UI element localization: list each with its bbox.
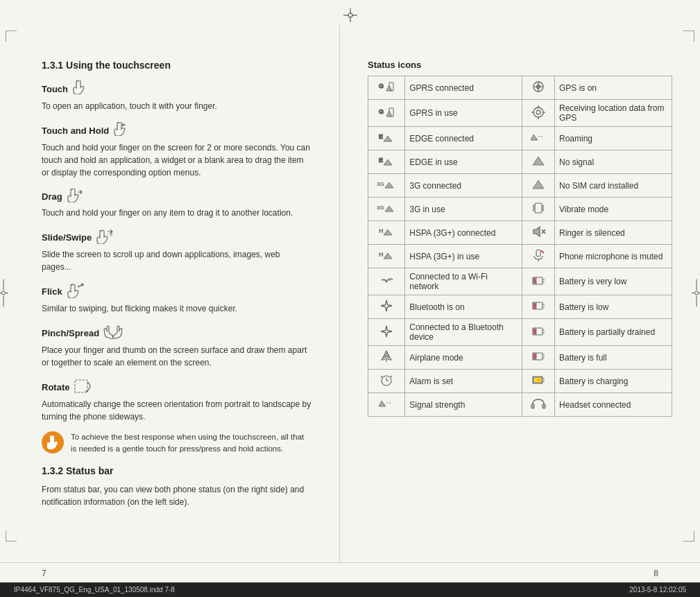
svg-point-9 [2, 291, 6, 295]
page-container: 1.3.1 Using the touchscreen Touch To ope… [0, 0, 700, 597]
left-icon-cell [368, 319, 405, 346]
svg-point-28 [533, 107, 543, 117]
svg-marker-39 [384, 159, 392, 165]
right-icon-cell [522, 76, 555, 100]
left-icon-cell: 3G [368, 198, 405, 221]
table-row: 3G 3G connected No SIM card installed [368, 174, 672, 198]
right-label-cell: Battery is very low [555, 268, 672, 295]
note-icon [42, 431, 64, 453]
left-label-cell: Signal strength [405, 393, 522, 417]
table-row: G GPRS connected GPS is on [368, 76, 672, 100]
svg-marker-35 [384, 136, 392, 141]
table-row: Connected to a Bluetooth device Battery … [368, 319, 672, 346]
drag-icon [67, 189, 83, 205]
left-page: 1.3.1 Using the touchscreen Touch To ope… [0, 25, 340, 562]
right-icon-cell [522, 346, 555, 370]
section-1-3-2: 1.3.2 Status bar From status bar, you ca… [42, 465, 311, 508]
left-label-cell: Connected to a Wi-Fi network [405, 268, 522, 295]
note-box: To achieve the best response when using … [42, 431, 311, 456]
right-label-cell: No signal [555, 150, 672, 174]
svg-line-85 [391, 376, 392, 377]
left-label-cell: Connected to a Bluetooth device [405, 319, 522, 346]
table-row: H HSPA (3G+) in use Phone microphone is … [368, 245, 672, 268]
svg-rect-93 [543, 404, 545, 408]
right-label-cell: Roaming [555, 127, 672, 150]
section-1-3-2-body: From status bar, you can view both phone… [42, 483, 311, 508]
svg-text:E: E [379, 157, 383, 164]
left-icon-cell [368, 268, 405, 295]
right-label-cell: Ringer is silenced [555, 221, 672, 245]
left-icon-cell: 3G [368, 174, 405, 198]
flick-heading: Flick [42, 283, 311, 300]
right-page: Status icons G GPRS connected GPS is on … [340, 25, 700, 562]
svg-line-52 [543, 209, 544, 211]
drag-heading: Drag [42, 189, 311, 205]
table-row: 3G 3G in use Vibrate mode [368, 198, 672, 221]
svg-line-84 [381, 376, 382, 377]
svg-text:3G: 3G [377, 181, 384, 187]
svg-marker-54 [384, 230, 392, 235]
left-icon-cell [368, 393, 405, 417]
svg-marker-20 [386, 85, 392, 91]
pinch-body: Place your finger and thumb on the scree… [42, 344, 311, 369]
left-icon-cell: E [368, 127, 405, 150]
svg-rect-46 [535, 203, 542, 213]
svg-marker-27 [386, 111, 392, 116]
table-row: Connected to a Wi-Fi network Battery is … [368, 268, 672, 295]
left-label-cell: Alarm is set [405, 370, 522, 393]
rotate-body: Automatically change the screen orientat… [42, 398, 311, 423]
slide-icon [96, 229, 114, 246]
spread: 1.3.1 Using the touchscreen Touch To ope… [0, 25, 700, 562]
left-icon-cell [368, 295, 405, 319]
left-icon-cell: H [368, 221, 405, 245]
svg-text:G: G [379, 83, 384, 89]
right-page-number: 8 [654, 569, 658, 578]
svg-marker-42 [385, 182, 393, 188]
right-label-cell: Headset connected [555, 393, 672, 417]
left-label-cell: Bluetooth is on [405, 295, 522, 319]
right-icon-cell [522, 295, 555, 319]
svg-marker-59 [384, 253, 392, 259]
right-label-cell: Battery is full [555, 346, 672, 370]
table-row: H HSPA (3G+) connected Ringer is silence… [368, 221, 672, 245]
right-icon-cell [522, 174, 555, 198]
svg-line-49 [533, 209, 534, 211]
left-label-cell: Airplane mode [405, 346, 522, 370]
pinch-heading: Pinch/Spread [42, 325, 311, 342]
corner-bl [6, 530, 17, 542]
bottom-bar: IP4464_VF875_QG_Eng_USA_01_130508.indd 7… [0, 582, 700, 597]
left-icon-cell [368, 346, 405, 370]
svg-text:E: E [379, 133, 383, 140]
right-icon-cell [522, 393, 555, 417]
drag-body: Touch and hold your finger on any item t… [42, 207, 311, 219]
left-icon-cell: E [368, 150, 405, 174]
right-icon-cell [522, 100, 555, 127]
table-row: E EDGE in use No signal [368, 150, 672, 174]
right-icon-cell [522, 150, 555, 174]
flick-icon [67, 283, 85, 300]
table-row: E EDGE connected Roaming [368, 127, 672, 150]
right-icon-cell [522, 198, 555, 221]
svg-text:H: H [379, 251, 384, 258]
right-label-cell: GPS is on [555, 76, 672, 100]
svg-marker-43 [533, 180, 544, 189]
bottom-date: 2013-5-8 12:02:05 [629, 586, 686, 594]
left-label-cell: HSPA (3G+) in use [405, 245, 522, 268]
left-icon-cell: G [368, 76, 405, 100]
svg-text:3G: 3G [377, 205, 384, 211]
svg-rect-67 [533, 278, 536, 284]
section-1-3-1-heading: 1.3.1 Using the touchscreen [42, 60, 311, 71]
svg-rect-80 [533, 354, 536, 359]
note-text: To achieve the best response when using … [71, 431, 311, 456]
right-icon-cell [522, 127, 555, 150]
right-icon-cell [522, 370, 555, 393]
svg-point-29 [536, 110, 540, 114]
touch-icon [72, 80, 87, 98]
top-crosshair-area [0, 0, 700, 25]
svg-marker-45 [385, 206, 393, 211]
status-table: G GPRS connected GPS is on G GPRS in use… [368, 76, 672, 417]
right-label-cell: Battery is charging [555, 370, 672, 393]
left-page-number: 7 [42, 569, 46, 578]
table-row: Signal strength Headset connected [368, 393, 672, 417]
svg-marker-90 [379, 401, 386, 406]
